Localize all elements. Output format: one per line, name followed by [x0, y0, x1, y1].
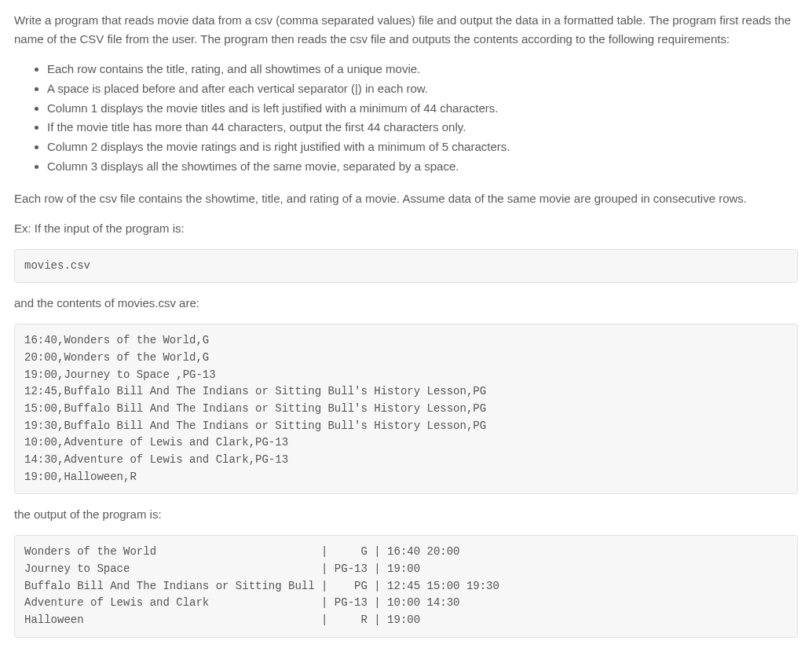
- list-item: Each row contains the title, rating, and…: [47, 60, 798, 79]
- example-input-label: Ex: If the input of the program is:: [14, 219, 798, 238]
- list-item: Column 3 displays all the showtimes of t…: [47, 157, 798, 177]
- list-item: A space is placed before and after each …: [47, 79, 798, 99]
- contents-label: and the contents of movies.csv are:: [14, 294, 798, 313]
- requirements-list: Each row contains the title, rating, and…: [14, 60, 798, 177]
- output-code-block: Wonders of the World | G | 16:40 20:00 J…: [14, 535, 798, 637]
- csv-note-paragraph: Each row of the csv file contains the sh…: [14, 189, 798, 208]
- output-label: the output of the program is:: [14, 505, 798, 524]
- list-item: If the movie title has more than 44 char…: [47, 118, 798, 137]
- list-item: Column 1 displays the movie titles and i…: [47, 99, 798, 119]
- input-code-block: movies.csv: [14, 249, 798, 284]
- intro-paragraph: Write a program that reads movie data fr…: [14, 11, 798, 49]
- list-item: Column 2 displays the movie ratings and …: [47, 137, 798, 157]
- csv-code-block: 16:40,Wonders of the World,G 20:00,Wonde…: [14, 324, 798, 494]
